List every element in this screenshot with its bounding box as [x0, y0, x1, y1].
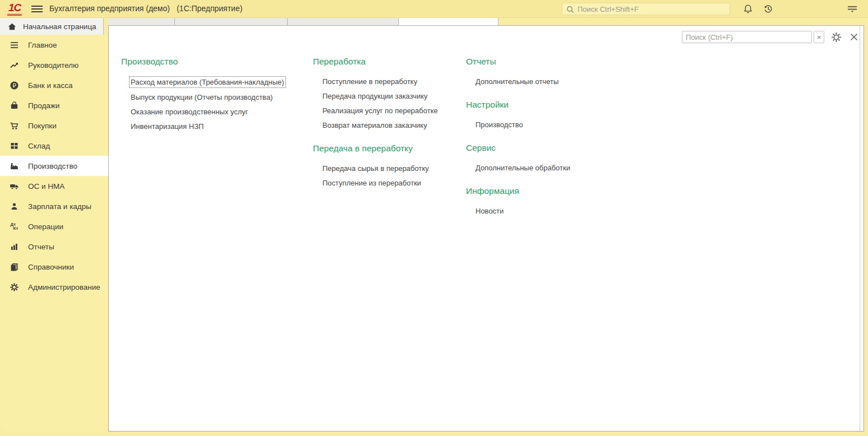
panel-search-input[interactable] — [682, 31, 811, 43]
list-icon — [10, 40, 19, 50]
tab-stub[interactable] — [174, 18, 287, 25]
section: Сервис Дополнительные обработки — [466, 142, 634, 173]
section-title: Сервис — [466, 142, 634, 154]
link-postuplenie-v-pererabotku[interactable]: Поступление в переработку — [322, 76, 473, 87]
link-novosti[interactable]: Новости — [475, 206, 634, 216]
top-bar: 1С Бухгалтерия предприятия (демо)(1С:Пре… — [0, 0, 868, 18]
sidebar-item-zarplata-i-kadry[interactable]: Зарплата и кадры — [0, 196, 108, 216]
section: Переработка Поступление в переработку Пе… — [313, 56, 473, 131]
bag-icon — [10, 101, 19, 110]
tab-stub[interactable] — [108, 18, 174, 25]
section: Передача в переработку Передача сырья в … — [313, 143, 473, 188]
gear-icon — [10, 282, 19, 292]
link-rashod-materialov[interactable]: Расход материалов (Требования-накладные) — [131, 76, 309, 88]
home-icon — [7, 22, 17, 31]
close-icon[interactable] — [849, 32, 859, 42]
sidebar-item-pokupki[interactable]: Покупки — [0, 115, 108, 136]
link-peredacha-syrya[interactable]: Передача сырья в переработку — [322, 163, 473, 174]
search-icon — [566, 5, 575, 14]
home-tab-label: Начальная страница — [23, 22, 96, 31]
column-pererabotka: Переработка Поступление в переработку Пе… — [313, 56, 473, 201]
section-title: Отчеты — [466, 56, 634, 67]
link-okazanie-uslug[interactable]: Оказание производственных услуг — [131, 106, 309, 117]
link-nastroyki-proizvodstvo[interactable]: Производство — [475, 119, 634, 130]
function-panel: × Производство Расход материалов (Требов… — [108, 25, 864, 432]
sidebar-item-bank-i-kassa[interactable]: Банк и касса — [0, 75, 108, 95]
app-title: Бухгалтерия предприятия (демо) — [49, 4, 170, 13]
settings-gear-button[interactable] — [831, 32, 842, 43]
link-peredacha-produkcii[interactable]: Передача продукции заказчику — [322, 91, 473, 101]
section: Информация Новости — [466, 185, 634, 216]
section: Производство Расход материалов (Требован… — [121, 56, 309, 132]
section-title: Информация — [466, 185, 634, 197]
trending-up-icon — [10, 61, 19, 70]
cart-icon — [10, 121, 19, 131]
history-icon[interactable] — [763, 3, 774, 15]
bar-chart-icon — [10, 242, 19, 252]
link-postuplenie-iz-pererabotki[interactable]: Поступление из переработки — [322, 178, 473, 188]
column-proizvodstvo: Производство Расход материалов (Требован… — [121, 56, 309, 144]
panel-search — [682, 31, 812, 43]
sidebar-item-proizvodstvo[interactable]: Производство — [0, 156, 108, 176]
link-dopolnitelnye-obrabotki[interactable]: Дополнительные обработки — [475, 163, 634, 173]
section-title: Настройки — [466, 99, 634, 110]
sidebar-item-glavnoe[interactable]: Главное — [0, 35, 108, 55]
grid-icon — [10, 141, 19, 151]
sidebar-item-otchety[interactable]: Отчеты — [0, 236, 108, 257]
link-vypusk-produkcii[interactable]: Выпуск продукции (Отчеты производства) — [131, 92, 309, 103]
global-search-input[interactable] — [562, 3, 730, 15]
tab-stub-active[interactable] — [398, 18, 498, 25]
clear-search-button[interactable]: × — [814, 31, 824, 43]
ruble-coin-icon — [10, 81, 19, 90]
sidebar-item-spravochniki[interactable]: Справочники — [0, 257, 108, 277]
window-title: Бухгалтерия предприятия (демо)(1С:Предпр… — [49, 4, 242, 13]
books-icon — [10, 262, 19, 272]
factory-icon — [10, 161, 19, 171]
link-dopolnitelnye-otchety[interactable]: Дополнительные отчеты — [475, 76, 634, 87]
truck-icon — [10, 182, 19, 191]
sidebar-item-os-i-nma[interactable]: ОС и НМА — [0, 176, 108, 196]
link-realizaciya-uslug[interactable]: Реализация услуг по переработке — [322, 105, 473, 116]
global-search — [562, 3, 730, 15]
sidebar-item-rukovoditelyu[interactable]: Руководителю — [0, 55, 108, 75]
section: Настройки Производство — [466, 99, 634, 130]
person-icon — [10, 202, 19, 211]
link-vozvrat-materialov[interactable]: Возврат материалов заказчику — [322, 120, 473, 131]
column-otchety-servis: Отчеты Дополнительные отчеты Настройки П… — [466, 56, 634, 229]
tab-stub[interactable] — [287, 18, 398, 25]
platform-title: (1С:Предприятие) — [177, 4, 242, 13]
vertical-scrollbar[interactable] — [860, 26, 864, 431]
1c-logo: 1С — [7, 2, 22, 16]
debit-credit-icon: Дт Кт — [10, 222, 19, 231]
service-menu-icon[interactable] — [846, 3, 857, 15]
section-title: Передача в переработку — [313, 143, 473, 154]
section: Отчеты Дополнительные отчеты — [466, 56, 634, 87]
section-title: Производство — [121, 56, 309, 67]
tab-home-page[interactable]: Начальная страница — [0, 18, 104, 35]
bell-icon[interactable] — [742, 3, 754, 15]
sidebar-item-administrirovanie[interactable]: Администрирование — [0, 277, 108, 297]
sidebar-item-operacii[interactable]: Дт Кт Операции — [0, 216, 108, 236]
link-inventarizaciya-nzp[interactable]: Инвентаризация НЗП — [131, 121, 309, 132]
section-title: Переработка — [313, 56, 473, 67]
sidebar-item-prodazhi[interactable]: Продажи — [0, 95, 108, 115]
sections-sidebar: Главное Руководителю Банк и касса Продаж… — [0, 35, 108, 432]
sidebar-item-sklad[interactable]: Склад — [0, 136, 108, 156]
main-menu-icon[interactable] — [31, 4, 44, 13]
